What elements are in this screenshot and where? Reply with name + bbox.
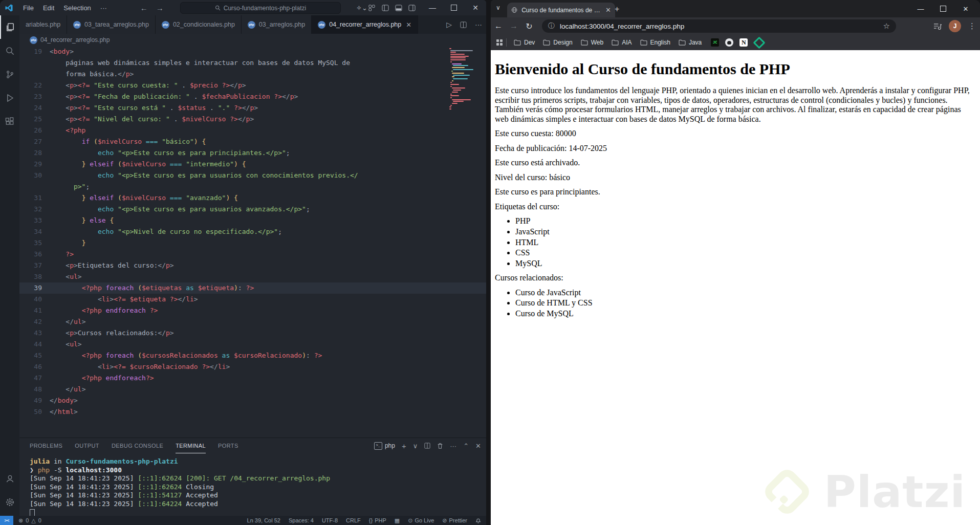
code-line[interactable]: 29 } elseif ($nivelCurso === "intermedio… — [19, 159, 486, 170]
code-line[interactable]: 30 echo "<p>Este curso es para usuarios … — [19, 170, 486, 181]
address-bar[interactable]: ⓘ localhost:3000/04_recorrer_arreglos.ph… — [542, 19, 896, 33]
account-icon[interactable] — [0, 467, 19, 490]
indentation[interactable]: Spaces: 4 — [289, 517, 314, 523]
profile-avatar[interactable]: J — [949, 20, 961, 32]
editor-tab[interactable]: php02_condicionales.php — [156, 15, 242, 34]
close-tab-icon[interactable]: ✕ — [406, 21, 411, 29]
search-icon[interactable] — [0, 39, 19, 62]
bookmark-english[interactable]: English — [636, 39, 674, 46]
code-line[interactable]: 34 echo "<p>Nivel de curso no especifica… — [19, 226, 486, 237]
code-editor[interactable]: 19<body> páginas web dinámicas simples e… — [19, 46, 486, 438]
code-line[interactable]: 32 echo "<p>Este curso es para usuarios … — [19, 204, 486, 215]
close-tab-icon[interactable]: ✕ — [605, 6, 611, 14]
browser-tab[interactable]: Curso de fundamentos de PHP ✕ — [507, 3, 615, 17]
code-line[interactable]: forma básica.</p> — [19, 69, 486, 80]
side-panel-icon[interactable] — [933, 23, 942, 30]
panel-tab-problems[interactable]: PROBLEMS — [30, 438, 62, 453]
language-mode[interactable]: {}PHP — [369, 517, 386, 523]
layout-customize-icon[interactable] — [368, 5, 382, 11]
cursor-position[interactable]: Ln 39, Col 52 — [247, 517, 280, 523]
code-line[interactable]: 19<body> — [19, 46, 486, 57]
code-line[interactable]: 37 <p>Etiquetas del curso:</p> — [19, 260, 486, 271]
terminal-shell-chip[interactable]: >_ php — [374, 442, 395, 450]
run-php-icon[interactable]: ▷ — [446, 20, 452, 29]
toggle-panel-icon[interactable] — [395, 5, 408, 11]
editor-tab[interactable]: php04_recorrer_arreglos.php✕ — [312, 15, 418, 34]
panel-tab-ports[interactable]: PORTS — [218, 438, 238, 453]
close-button[interactable]: ✕ — [465, 0, 486, 15]
code-line[interactable]: 48 </ul> — [19, 384, 486, 395]
code-line[interactable]: 23 <p><?= "Fecha de publicación: " . $fe… — [19, 91, 486, 102]
panel-tab-debug-console[interactable]: DEBUG CONSOLE — [112, 438, 163, 453]
eol-sequence[interactable]: CRLF — [346, 517, 361, 523]
bookmark-platzi-icon[interactable] — [753, 36, 766, 49]
browser-menu-icon[interactable]: ⋮ — [968, 21, 976, 31]
extensions-icon[interactable] — [0, 110, 19, 133]
back-arrow-icon[interactable]: ← — [140, 4, 148, 12]
notifications-bell-icon[interactable] — [475, 517, 481, 523]
prettier-button[interactable]: ⊘Prettier — [442, 517, 467, 524]
encoding[interactable]: UTF-8 — [322, 517, 338, 523]
spell-checker-icon[interactable]: ▦ — [395, 517, 400, 524]
bookmark-github-icon[interactable] — [725, 38, 733, 47]
panel-tab-output[interactable]: OUTPUT — [75, 438, 99, 453]
code-line[interactable]: 46 <li><?= $cursoRelacionado ?></li> — [19, 361, 486, 373]
code-line[interactable]: 39 <?php foreach ($etiquetas as $etiquet… — [19, 282, 486, 294]
menu-item[interactable]: ··· — [96, 4, 112, 12]
maximize-button[interactable] — [443, 0, 465, 15]
bookmark-aia[interactable]: AIA — [607, 39, 636, 46]
bookmark-notion-icon[interactable]: N — [739, 38, 748, 47]
code-line[interactable]: 50</html> — [19, 406, 486, 418]
bookmark-jc-icon[interactable]: JC — [711, 38, 719, 47]
go-live-button[interactable]: ⊙Go Live — [408, 517, 434, 524]
site-info-icon[interactable]: ⓘ — [548, 21, 555, 31]
command-search-box[interactable]: Curso-fundamentos-php-platzi — [180, 2, 341, 14]
code-line[interactable]: 31 } elseif ($nivelCurso === "avanzado")… — [19, 192, 486, 204]
close-button[interactable]: ✕ — [954, 0, 977, 17]
menu-item[interactable]: Selection — [59, 4, 95, 12]
menu-item[interactable]: Edit — [38, 4, 59, 12]
code-line[interactable]: 47 <?php endforeach?> — [19, 373, 486, 384]
code-line[interactable]: 44 <ul> — [19, 339, 486, 350]
minimize-button[interactable]: — — [422, 0, 443, 15]
back-icon[interactable]: ← — [491, 21, 506, 31]
panel-more-icon[interactable]: ··· — [450, 442, 456, 450]
bookmark-dev[interactable]: Dev — [510, 39, 539, 46]
toggle-secondary-sidebar-icon[interactable] — [408, 5, 422, 11]
minimize-button[interactable]: — — [909, 0, 932, 17]
editor-tab[interactable]: ariables.php — [19, 15, 67, 34]
terminal-output[interactable]: julia in Curso-fundamentos-php-platzi❯ p… — [30, 457, 481, 519]
code-line[interactable]: 41 <?php endforeach ?> — [19, 305, 486, 316]
code-line[interactable]: p>"; — [19, 181, 486, 192]
copilot-icon[interactable]: ✧⌄ — [355, 4, 368, 12]
split-editor-icon[interactable] — [460, 21, 467, 28]
panel-tab-terminal[interactable]: TERMINAL — [176, 438, 206, 453]
minimap[interactable] — [449, 48, 481, 111]
maximize-panel-icon[interactable]: ⌃ — [463, 442, 469, 450]
forward-arrow-icon[interactable]: → — [156, 4, 164, 12]
split-terminal-icon[interactable] — [424, 443, 430, 449]
bookmark-design[interactable]: Design — [539, 39, 576, 46]
code-line[interactable]: 45 <?php foreach ($cursosRelacionados as… — [19, 350, 486, 361]
bookmark-java[interactable]: Java — [674, 39, 706, 46]
code-line[interactable]: 40 <li><?= $etiqueta ?></li> — [19, 294, 486, 305]
new-terminal-icon[interactable]: + — [402, 442, 406, 450]
code-line[interactable]: 35 } — [19, 237, 486, 249]
settings-gear-icon[interactable] — [0, 490, 19, 514]
source-control-icon[interactable] — [0, 62, 19, 86]
remote-indicator[interactable]: >< — [0, 516, 13, 525]
explorer-icon[interactable] — [0, 15, 19, 39]
code-line[interactable]: 26 <?php — [19, 125, 486, 136]
new-tab-icon[interactable]: + — [615, 5, 619, 13]
forward-icon[interactable]: → — [506, 21, 521, 31]
code-line[interactable]: 42 </ul> — [19, 316, 486, 327]
maximize-button[interactable] — [932, 0, 954, 17]
run-debug-icon[interactable] — [0, 86, 19, 110]
editor-tab[interactable]: php03_arreglos.php — [242, 15, 312, 34]
code-line[interactable]: 27 if ($nivelCurso === "básico") { — [19, 136, 486, 147]
code-line[interactable]: 28 echo "<p>Este curso es para principia… — [19, 147, 486, 159]
bookmark-star-icon[interactable]: ☆ — [883, 21, 890, 31]
code-line[interactable]: 22 <p><?= "Este curso cuesta: " . $preci… — [19, 80, 486, 91]
kill-terminal-icon[interactable] — [437, 443, 443, 449]
code-line[interactable]: 43 <p>Cursos relacionados:</p> — [19, 327, 486, 339]
